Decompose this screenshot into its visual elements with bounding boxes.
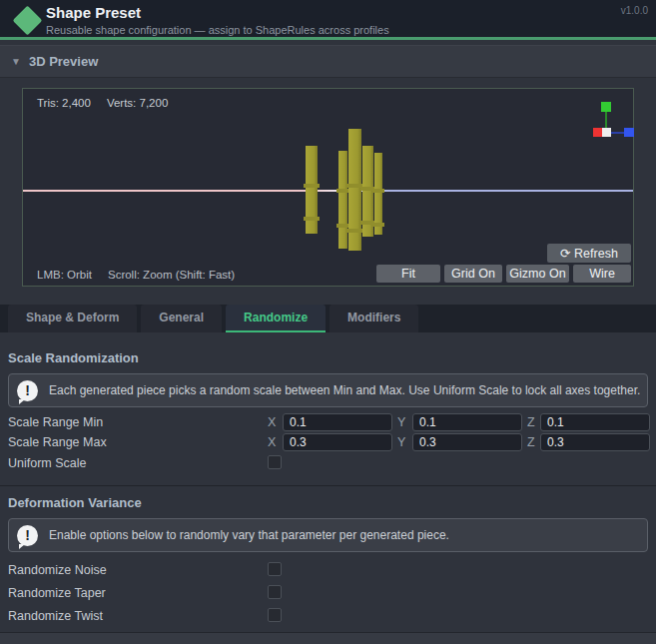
z-axis-line — [611, 132, 624, 134]
randomize-noise-label: Randomize Noise — [8, 563, 107, 577]
verts-count: Verts: 7,200 — [107, 97, 168, 109]
randomize-noise-checkbox[interactable] — [268, 562, 282, 576]
axis-z-label: Z — [527, 415, 535, 429]
3d-viewport[interactable]: Tris: 2,400Verts: 7,200 ⟳ Refresh Fit Gr… — [22, 88, 634, 287]
scale-max-x-input[interactable] — [283, 433, 392, 451]
preview-section-header[interactable]: ▼ 3D Preview — [0, 45, 656, 78]
variance-toggle-rows: Randomize Noise Randomize Taper Randomiz… — [0, 560, 656, 629]
randomize-tab-content: Scale Randomization ! Each generated pie… — [0, 332, 656, 644]
scale-max-z-input[interactable] — [540, 433, 650, 451]
next-section-band — [0, 632, 656, 644]
randomize-taper-label: Randomize Taper — [8, 586, 106, 600]
randomize-twist-checkbox[interactable] — [268, 608, 282, 622]
tab-modifiers[interactable]: Modifiers — [329, 305, 418, 332]
info-bubble-icon: ! — [17, 525, 38, 546]
scale-info-text: Each generated piece picks a random scal… — [49, 383, 640, 397]
diamond-icon — [13, 6, 43, 36]
scale-range-max-label: Scale Range Max — [8, 435, 107, 449]
refresh-icon: ⟳ — [560, 247, 570, 261]
app-header: Shape Preset Reusable shape configuratio… — [0, 0, 656, 40]
scale-range-min-row: Scale Range Min X Y Z — [0, 413, 656, 433]
fit-button[interactable]: Fit — [376, 265, 440, 283]
axis-y-label: Y — [397, 415, 405, 429]
deformation-variance-title: Deformation Variance — [8, 496, 656, 510]
mesh-stats: Tris: 2,400Verts: 7,200 — [37, 97, 184, 109]
scale-info-box: ! Each generated piece picks a random sc… — [8, 373, 648, 407]
scale-rows: Scale Range Min X Y Z Scale Range Max X … — [0, 413, 656, 471]
variance-info-box: ! Enable options below to randomly vary … — [8, 518, 648, 552]
scale-range-max-row: Scale Range Max X Y Z — [0, 433, 656, 453]
bamboo-mesh-preview — [23, 89, 635, 288]
refresh-button[interactable]: ⟳ Refresh — [547, 244, 631, 263]
scale-range-min-label: Scale Range Min — [8, 415, 103, 429]
axis-z-label: Z — [527, 435, 535, 449]
tab-bar: Shape & Deform General Randomize Modifie… — [0, 305, 656, 332]
version-badge: v1.0.0 — [621, 5, 648, 16]
randomize-taper-row: Randomize Taper — [0, 583, 656, 606]
viewport-help-text: LMB: OrbitScroll: Zoom (Shift: Fast) — [37, 269, 251, 281]
info-bubble-icon: ! — [17, 380, 38, 401]
x-axis-icon — [593, 128, 602, 137]
variance-info-text: Enable options below to randomly vary th… — [49, 528, 449, 542]
randomize-noise-row: Randomize Noise — [0, 560, 656, 583]
uniform-scale-checkbox[interactable] — [268, 455, 282, 469]
scale-max-y-input[interactable] — [412, 433, 522, 451]
page-title: Shape Preset — [46, 4, 141, 21]
scale-randomization-title: Scale Randomization — [8, 351, 656, 365]
help-zoom: Scroll: Zoom (Shift: Fast) — [108, 269, 235, 281]
viewport-controls: Fit Grid On Gizmo On Wire — [376, 265, 631, 283]
y-axis-line — [605, 112, 607, 129]
uniform-scale-row: Uniform Scale — [0, 455, 656, 471]
tris-count: Tris: 2,400 — [37, 97, 91, 109]
section-divider — [0, 485, 656, 486]
scale-min-z-input[interactable] — [540, 413, 650, 431]
refresh-label: Refresh — [574, 247, 618, 261]
axis-gizmo — [590, 101, 636, 143]
randomize-twist-label: Randomize Twist — [8, 609, 103, 623]
collapse-triangle-icon: ▼ — [11, 56, 21, 67]
randomize-taper-checkbox[interactable] — [268, 585, 282, 599]
scale-min-x-input[interactable] — [283, 413, 392, 431]
axis-x-label: X — [268, 435, 276, 449]
tab-general[interactable]: General — [141, 305, 222, 332]
scale-min-y-input[interactable] — [412, 413, 522, 431]
wire-toggle-button[interactable]: Wire — [573, 265, 631, 283]
origin-icon — [602, 128, 611, 137]
axis-y-label: Y — [397, 435, 405, 449]
tab-randomize[interactable]: Randomize — [226, 305, 326, 332]
z-axis-icon — [624, 128, 634, 137]
axis-x-label: X — [268, 415, 276, 429]
uniform-scale-label: Uniform Scale — [8, 456, 87, 470]
tab-shape-deform[interactable]: Shape & Deform — [8, 305, 137, 332]
randomize-twist-row: Randomize Twist — [0, 606, 656, 629]
help-orbit: LMB: Orbit — [37, 269, 92, 281]
page-subtitle: Reusable shape configuration — assign to… — [46, 24, 389, 36]
grid-toggle-button[interactable]: Grid On — [444, 265, 502, 283]
gizmo-toggle-button[interactable]: Gizmo On — [506, 265, 569, 283]
preview-section-title: 3D Preview — [29, 54, 98, 69]
y-axis-icon — [601, 102, 611, 112]
